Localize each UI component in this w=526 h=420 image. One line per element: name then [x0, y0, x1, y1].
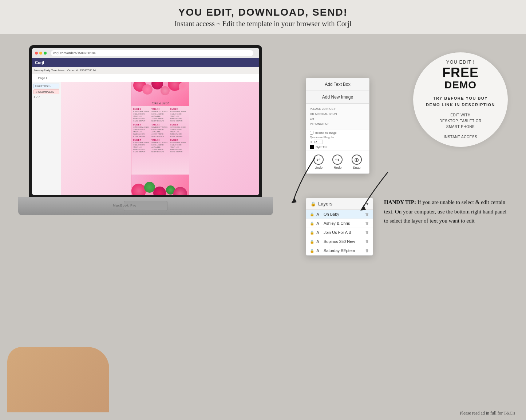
table-2: TABLE 2 SOMEBODY JONESCARLA SMITHANNA LE…	[151, 108, 169, 123]
floral-bottom	[131, 175, 189, 195]
table-3: TABLE 3 SOMEBODY JONESCARLA SMITHANNA LE…	[170, 108, 187, 123]
layer-item-saturday[interactable]: 🔒 A Saturday SEptem 🗑	[306, 246, 373, 255]
demo-line1: TRY BEFORE YOU BUY	[433, 95, 488, 102]
layer-name-oh-baby: Oh Baby	[324, 212, 363, 216]
demo-instant: INSTANT ACCESS	[444, 134, 477, 140]
corjl-content: Hold Frame 1 ● INCOMPLETE ⚙ ✓ ✓	[32, 82, 259, 195]
sidebar-field-1: Hold Frame 1	[33, 84, 59, 88]
height-input[interactable]	[314, 140, 323, 144]
headline: YOU EDIT, DOWNLOAD, SEND!	[0, 7, 526, 18]
layer-delete-icon-2[interactable]: 🗑	[365, 221, 369, 225]
demo-you-edit-label: YOU EDIT !	[446, 59, 475, 65]
handy-tip-label: HANDY TIP:	[384, 199, 416, 205]
layer-type-5: A	[316, 248, 321, 253]
layers-lock-icon: 🔒	[311, 201, 316, 207]
floral-b1	[131, 184, 146, 195]
layer-lock-icon-4: 🔒	[310, 240, 314, 244]
layer-delete-icon-4[interactable]: 🗑	[365, 239, 369, 244]
corjl-editor: Corjl NoorayParty Templates Order Id: 15…	[32, 58, 259, 195]
sidebar-incomplete: ● INCOMPLETE	[33, 89, 59, 94]
layer-name-ashley: Ashley & Chris	[324, 221, 363, 225]
minimize-dot	[39, 52, 42, 55]
layer-delete-icon[interactable]: 🗑	[365, 212, 369, 216]
undo-icon[interactable]: ↩	[313, 155, 324, 165]
subline: Instant access ~ Edit the template in yo…	[0, 20, 526, 28]
layer-item-oh-baby[interactable]: 🔒 A Oh Baby 🗑	[306, 210, 373, 219]
layer-type-2: A	[316, 221, 321, 225]
add-text-box-button[interactable]: Add Text Box	[306, 78, 369, 91]
handy-tip-block: HANDY TIP: If you are unable to select &…	[384, 198, 511, 226]
seating-title: take a seat	[131, 101, 189, 105]
layer-type-3: A	[316, 230, 321, 235]
floral-2	[142, 84, 153, 95]
seating-chart-preview: take a seat TABLE 1 SOMEBODY JONESCARLA …	[61, 82, 259, 195]
corjl-sidebar: Hold Frame 1 ● INCOMPLETE ⚙ ✓ ✓	[32, 82, 61, 195]
layer-name-join-us: Join Us For A B	[324, 230, 363, 235]
layer-name-supinos: Supinos 250 New	[324, 239, 363, 244]
color-swatch[interactable]	[310, 145, 314, 149]
address-bar[interactable]: corjl.com/orders/1509758194	[51, 50, 253, 56]
panel-options: Resize as Image Quicksand Regular H: Sty…	[306, 129, 369, 151]
close-dot	[35, 52, 38, 55]
undo-label: Undo	[315, 166, 323, 169]
table-9: TABLE 9 SOMEBODY JONESCARLA SMITHANNA LE…	[170, 139, 187, 153]
demo-line2: DEMO LINK IN DESCRIPTION	[426, 102, 495, 108]
layers-chevron-icon[interactable]: ▾	[366, 201, 368, 207]
toolbar-page: Page 1	[38, 76, 47, 80]
redo-item: ↪ Redo	[332, 155, 343, 169]
corjl-header: Corjl	[32, 58, 259, 67]
layer-item-ashley-chris[interactable]: 🔒 A Ashley & Chris 🗑	[306, 219, 373, 228]
layer-item-supinos[interactable]: 🔒 A Supinos 250 New 🗑	[306, 237, 373, 246]
hand-area	[7, 347, 109, 412]
table-1: TABLE 1 SOMEBODY JONESCARLA SMITHANNA LE…	[133, 108, 150, 123]
sidebar-icons: ⚙ ✓ ✓	[33, 96, 59, 98]
laptop-container: corjl.com/orders/1509758194 Corjl Nooray…	[7, 45, 280, 401]
snap-item: ⊕ Snap	[352, 155, 362, 169]
layer-delete-icon-3[interactable]: 🗑	[365, 230, 369, 235]
table-4: TABLE 4 SOMEBODY JONESCARLA SMITHANNA LE…	[133, 124, 150, 138]
layer-lock-icon-2: 🔒	[310, 221, 314, 225]
demo-edit-with: EDIT WITH	[450, 112, 470, 118]
handy-tip-text: HANDY TIP: If you are unable to select &…	[384, 198, 511, 226]
layer-lock-icon-5: 🔒	[310, 249, 314, 253]
panel-text-preview: PLEASE JOIN US FOR A BRIDAL BRUNCHIN HON…	[306, 104, 369, 129]
seating-chart-inner: take a seat TABLE 1 SOMEBODY JONESCARLA …	[131, 82, 189, 195]
resize-image-checkbox[interactable]	[310, 131, 313, 135]
free-demo-circle: YOU EDIT ! FREE DEMO TRY BEFORE YOU BUY …	[413, 52, 508, 147]
font-label: Quicksand Regular	[310, 136, 365, 139]
layer-type: A	[316, 212, 321, 216]
layer-lock-icon: 🔒	[310, 212, 314, 216]
table-7: TABLE 7 SOMEBODY JONESCARLA SMITHANNA LE…	[133, 139, 150, 153]
table-5: TABLE 5 SOMEBODY JONESCARLA SMITHANNA LE…	[151, 124, 169, 138]
snap-label: Snap	[353, 166, 360, 169]
browser-chrome: corjl.com/orders/1509758194	[32, 48, 259, 58]
toolbar-zoom-in[interactable]: +	[34, 76, 36, 80]
floral-6	[179, 83, 187, 91]
layer-item-join-us[interactable]: 🔒 A Join Us For A B 🗑	[306, 228, 373, 237]
floating-panel: Add Text Box Add New Image PLEASE JOIN U…	[306, 78, 369, 174]
svg-marker-0	[291, 198, 297, 203]
layers-title-row: 🔒 Layers	[311, 201, 332, 207]
add-new-image-button[interactable]: Add New Image	[306, 91, 369, 104]
size-row: H:	[310, 140, 365, 144]
undo-item: ↩ Undo	[313, 155, 324, 169]
top-banner: YOU EDIT, DOWNLOAD, SEND! Instant access…	[0, 0, 526, 34]
seating-tables: TABLE 1 SOMEBODY JONESCARLA SMITHANNA LE…	[133, 108, 187, 153]
layers-panel: 🔒 Layers ▾ 🔒 A Oh Baby 🗑 🔒 A Ashley & Ch…	[306, 198, 373, 256]
floral-b3	[153, 187, 166, 195]
demo-demo-label: DEMO	[444, 80, 476, 91]
floral-b5	[173, 187, 187, 195]
floral-4	[161, 86, 170, 95]
color-row: Style: Text	[310, 145, 365, 149]
table-8: TABLE 8 SOMEBODY JONESCARLA SMITHANNA LE…	[151, 139, 169, 153]
demo-free-label: FREE	[442, 65, 479, 80]
redo-icon[interactable]: ↪	[332, 155, 343, 165]
macbook-label: MacBook Pro	[113, 204, 137, 207]
snap-icon[interactable]: ⊕	[352, 155, 362, 165]
layer-delete-icon-5[interactable]: 🗑	[365, 248, 369, 253]
laptop-screen-inner: corjl.com/orders/1509758194 Corjl Nooray…	[32, 48, 259, 195]
footer-text: Please read ad in full for T&C's	[460, 411, 515, 416]
laptop-body	[18, 197, 273, 215]
corjl-nav: NoorayParty Templates Order Id: 15097581…	[32, 67, 259, 74]
nav-brand: NoorayParty Templates	[34, 69, 64, 72]
